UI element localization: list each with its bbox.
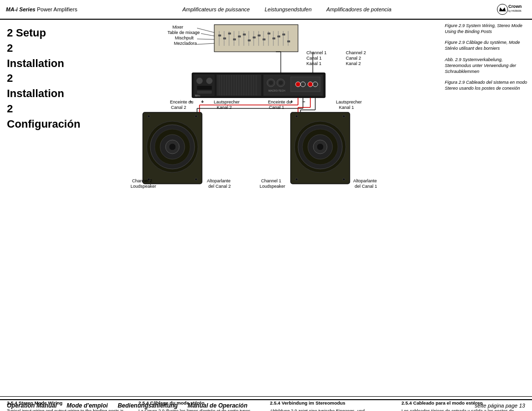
svg-text:Loudspeaker: Loudspeaker — [260, 184, 285, 189]
figure-captions: Figure 2.9 System Wiring, Stereo Mode Us… — [441, 20, 532, 395]
svg-point-107 — [343, 115, 345, 118]
header-series: MA-i Series Power Amplifiers — [6, 6, 77, 12]
main-content: 2 Setup 2 Installation 2 Installation 2 … — [0, 20, 532, 395]
svg-text:Loudspeaker: Loudspeaker — [131, 184, 156, 189]
svg-text:Kanal 1: Kanal 1 — [306, 61, 322, 66]
svg-text:Channel 1: Channel 1 — [261, 178, 281, 183]
series-bold: MA-i Series — [6, 6, 35, 12]
svg-point-96 — [195, 115, 198, 118]
diagram-area: Mixer Table de mixage Mischpult Mezclado… — [71, 20, 441, 395]
svg-rect-30 — [267, 33, 270, 34]
svg-rect-28 — [258, 34, 261, 36]
svg-marker-1 — [499, 7, 505, 11]
svg-rect-33 — [282, 34, 285, 35]
svg-rect-21 — [223, 37, 226, 39]
svg-text:by HARMAN: by HARMAN — [508, 10, 521, 12]
svg-point-76 — [313, 82, 318, 87]
svg-rect-29 — [263, 38, 266, 40]
svg-rect-47 — [197, 86, 212, 90]
footer-operation-manual: Operation Manual — [7, 402, 57, 409]
title-line1: 2 Setup — [7, 26, 66, 41]
svg-rect-26 — [248, 39, 251, 41]
header-languages: Amplificateurs de puissance Leistungsend… — [182, 6, 391, 12]
svg-text:Mischpult: Mischpult — [175, 35, 194, 40]
header-lang2: Amplificateurs de puissance — [182, 6, 250, 12]
svg-text:del Canal 2: del Canal 2 — [208, 184, 231, 189]
svg-text:Canal 2: Canal 2 — [171, 105, 186, 110]
svg-rect-34 — [287, 40, 290, 42]
svg-text:Lautsprecher: Lautsprecher — [214, 100, 240, 104]
chapter-title: 2 Setup 2 Installation 2 Installation 2 … — [0, 20, 71, 395]
svg-rect-32 — [277, 35, 280, 37]
svg-point-74 — [300, 82, 305, 87]
svg-text:Table de mixage: Table de mixage — [167, 30, 200, 35]
svg-text:Altoparlante: Altoparlante — [207, 178, 231, 183]
footer-mode-emploi: Mode d'emploi — [66, 402, 108, 409]
svg-point-94 — [169, 143, 176, 150]
svg-text:Channel 2: Channel 2 — [346, 50, 366, 55]
title-line2: 2 Installation — [7, 41, 66, 71]
svg-rect-24 — [238, 35, 241, 37]
title-line3: 2 Installation — [7, 71, 66, 102]
svg-point-109 — [343, 178, 345, 181]
svg-point-0 — [497, 4, 507, 14]
series-suffix: Power Amplifiers — [35, 6, 77, 12]
footer-bedienungsanleitung: Bedienungsanleitung — [118, 402, 178, 409]
crown-logo-svg: Crown by HARMAN — [497, 2, 526, 17]
caption-de: Abb. 2.9 Systemverkabelung, Stereomodus … — [445, 57, 528, 74]
svg-text:Channel 1: Channel 1 — [306, 50, 327, 55]
svg-line-41 — [197, 39, 214, 39]
caption-en: Figure 2.9 System Wiring, Stereo Mode Us… — [445, 23, 528, 34]
crown-logo-area: Crown by HARMAN — [497, 2, 526, 17]
svg-text:+: + — [290, 99, 293, 104]
svg-line-42 — [197, 43, 214, 44]
svg-rect-48 — [197, 91, 212, 94]
svg-point-69 — [268, 80, 273, 85]
caption-es: Figura 2.9 Cableado del sistema en modo … — [445, 79, 528, 91]
svg-text:del Canal 1: del Canal 1 — [355, 184, 377, 189]
svg-text:–: – — [302, 99, 305, 104]
page-number: seite página page 13 — [475, 403, 525, 409]
footer-labels: Operation Manual Mode d'emploi Bedienung… — [7, 402, 247, 409]
page-header: MA-i Series Power Amplifiers Amplificate… — [0, 0, 532, 20]
svg-point-75 — [308, 82, 313, 87]
svg-text:MA-i: MA-i — [195, 94, 200, 97]
svg-rect-4 — [214, 25, 298, 52]
svg-point-98 — [195, 178, 198, 181]
footer-manual-operacion: Manual de Operación — [188, 402, 247, 409]
svg-rect-22 — [228, 33, 231, 34]
header-lang3: Leistungsendstufen — [265, 6, 311, 12]
svg-point-95 — [148, 115, 150, 118]
svg-point-73 — [296, 82, 300, 87]
svg-rect-25 — [243, 34, 246, 35]
svg-text:+: + — [201, 99, 204, 104]
svg-point-108 — [296, 178, 298, 181]
svg-point-105 — [317, 143, 324, 150]
title-line4: 2 Configuración — [7, 102, 66, 132]
svg-text:Mixer: Mixer — [172, 25, 183, 30]
page-footer: Operation Manual Mode d'emploi Bedienung… — [0, 399, 532, 411]
svg-text:Channel 2: Channel 2 — [132, 178, 152, 183]
svg-text:Canal 1: Canal 1 — [306, 56, 322, 61]
header-lang4: Amplificadores de potencia — [327, 6, 392, 12]
svg-text:Mezcladora: Mezcladora — [174, 41, 197, 46]
svg-rect-20 — [218, 34, 221, 36]
svg-text:–: – — [190, 99, 193, 104]
svg-rect-31 — [272, 37, 275, 39]
svg-point-71 — [278, 80, 283, 85]
svg-text:Altoparlante: Altoparlante — [353, 178, 377, 183]
svg-text:Crown: Crown — [508, 4, 522, 9]
svg-rect-27 — [253, 36, 256, 38]
svg-text:Kanal 2: Kanal 2 — [346, 61, 361, 66]
svg-text:Enceinte du: Enceinte du — [268, 100, 292, 104]
svg-line-40 — [201, 34, 214, 36]
svg-text:Lautsprecher: Lautsprecher — [336, 100, 362, 104]
svg-text:MACRO-TECH: MACRO-TECH — [268, 89, 285, 92]
svg-point-46 — [206, 78, 212, 84]
wiring-diagram-svg: Mixer Table de mixage Mischpult Mezclado… — [71, 24, 441, 191]
svg-rect-23 — [233, 38, 236, 40]
svg-text:Kanal 1: Kanal 1 — [339, 105, 354, 110]
svg-text:Canal 1: Canal 1 — [269, 105, 284, 110]
caption-fr: Figure 2.9 Câblage du système, Mode Stér… — [445, 39, 528, 51]
svg-text:Canal 2: Canal 2 — [346, 56, 361, 61]
